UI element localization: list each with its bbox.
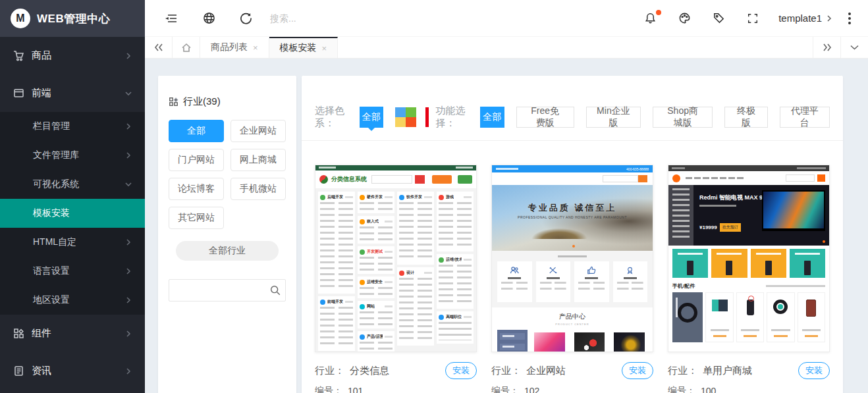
app-logo: M WEB管理中心 bbox=[0, 0, 145, 37]
industry-button-mobile[interactable]: 手机微站 bbox=[231, 178, 286, 200]
code-value: 100 bbox=[701, 386, 716, 393]
global-search-input[interactable] bbox=[270, 13, 415, 24]
chevron-right-icon bbox=[125, 268, 132, 275]
industry-button-enterprise[interactable]: 企业网站 bbox=[231, 120, 286, 142]
install-button[interactable]: 安装 bbox=[445, 362, 477, 379]
industry-button-all[interactable]: 全部 bbox=[169, 120, 224, 142]
thumb3-tv-image bbox=[762, 190, 825, 231]
swatch-green bbox=[406, 107, 416, 117]
function-button-min[interactable]: Min企业版 bbox=[586, 107, 641, 128]
tabs-menu-chevron-down-icon[interactable] bbox=[840, 37, 868, 58]
sidebar-item-label: 语言设置 bbox=[33, 265, 70, 277]
toolbar-divider bbox=[302, 140, 843, 141]
template-market-panel: 选择色系： 全部 功能选择： 全部 Free免费版 Min企业版 Shop商城版… bbox=[302, 76, 843, 393]
template-thumbnail-enterprise[interactable]: 400-635-88888 专业品质 诚信至上 PROFESSIONAL QUA… bbox=[491, 165, 653, 352]
color-swatch-grid[interactable] bbox=[395, 107, 416, 127]
tab-template-install[interactable]: 模板安装 × bbox=[269, 37, 339, 58]
industry-buttons: 全部 企业网站 门户网站 网上商城 论坛博客 手机微站 其它网站 bbox=[169, 120, 286, 229]
collapse-sidebar-icon[interactable] bbox=[159, 6, 184, 31]
install-button[interactable]: 安装 bbox=[798, 362, 830, 379]
sidebar-item-goods[interactable]: 商品 bbox=[0, 37, 145, 74]
thumb3-logo bbox=[672, 174, 680, 182]
industry-filter-title-row: 行业(39) bbox=[169, 95, 286, 108]
color-swatch-red-bar[interactable] bbox=[425, 107, 429, 127]
code-label: 编号： bbox=[315, 385, 342, 393]
chevron-right-icon bbox=[125, 239, 132, 246]
thumb3-product-band bbox=[767, 292, 794, 342]
search-icon[interactable] bbox=[266, 282, 285, 299]
all-industries-pill[interactable]: 全部行业 bbox=[176, 241, 279, 261]
thumb3-promo bbox=[711, 249, 747, 278]
sidebar-item-news[interactable]: 资讯 bbox=[0, 352, 145, 390]
tabs-collapse-left-icon[interactable] bbox=[145, 37, 173, 58]
industry-filter-title: 行业(39) bbox=[183, 95, 221, 108]
topbar: template1 bbox=[145, 0, 868, 37]
thumb3-promo bbox=[672, 249, 708, 278]
tag-icon[interactable] bbox=[706, 6, 731, 31]
install-button[interactable]: 安装 bbox=[622, 362, 653, 379]
sidebar-item-region-settings[interactable]: 地区设置 bbox=[0, 286, 145, 315]
chevron-down-icon bbox=[125, 181, 132, 188]
chevron-right-icon bbox=[125, 368, 132, 375]
industry-button-mall[interactable]: 网上商城 bbox=[231, 149, 286, 171]
chevron-right-icon bbox=[826, 15, 832, 22]
notifications-bell-icon[interactable] bbox=[637, 6, 663, 31]
close-tab-icon[interactable]: × bbox=[322, 43, 327, 53]
function-filter-all-button[interactable]: 全部 bbox=[480, 107, 504, 128]
thumb2-section-caption bbox=[558, 255, 587, 257]
thumb1-topbar bbox=[315, 165, 476, 170]
function-button-ultimate[interactable]: 终极版 bbox=[724, 107, 767, 128]
tab-goods-list[interactable]: 商品列表 × bbox=[200, 37, 269, 58]
close-tab-icon[interactable]: × bbox=[253, 43, 258, 53]
thumb1-orange-button bbox=[432, 175, 452, 184]
function-button-shop[interactable]: Shop商城版 bbox=[653, 107, 713, 128]
chevron-right-icon bbox=[125, 297, 132, 303]
sidebar-item-visual-system[interactable]: 可视化系统 bbox=[0, 170, 145, 199]
team-icon bbox=[510, 266, 520, 275]
thumb2-feature-production bbox=[536, 261, 571, 302]
sidebar-item-language-settings[interactable]: 语言设置 bbox=[0, 257, 145, 286]
thumb2-hero-subtitle: PROFESSIONAL QUALITY AND HONESTY ARE PAR… bbox=[492, 215, 653, 219]
industry-button-other[interactable]: 其它网站 bbox=[169, 207, 224, 229]
function-button-agent[interactable]: 代理平台 bbox=[780, 107, 830, 128]
sidebar-item-label: HTML自定 bbox=[33, 236, 76, 248]
template-thumbnail-classified[interactable]: 分类信息系统 后端开发 前端开发 bbox=[315, 165, 477, 352]
theme-palette-icon[interactable] bbox=[672, 6, 697, 31]
thumb2-header bbox=[492, 172, 653, 185]
sidebar-item-components[interactable]: 组件 bbox=[0, 315, 145, 352]
industry-value: 分类信息 bbox=[350, 365, 389, 377]
thumb2-product bbox=[531, 330, 568, 352]
refresh-icon[interactable] bbox=[233, 6, 258, 31]
sidebar-item-frontend[interactable]: 前端 bbox=[0, 74, 145, 112]
thumb3-site-preview: Redmi 智能电视 MAX 98" ¥19999 抢先预订 bbox=[668, 165, 829, 352]
thumb1-search-button bbox=[415, 175, 425, 184]
swatch-blue bbox=[395, 107, 406, 117]
thumb2-topbar: 400-635-88888 bbox=[492, 165, 653, 172]
sidebar-item-label: 可视化系统 bbox=[33, 178, 79, 190]
template-thumbnail-mall[interactable]: Redmi 智能电视 MAX 98" ¥19999 抢先预订 bbox=[668, 165, 830, 352]
sidebar-item-file-library[interactable]: 文件管理库 bbox=[0, 141, 145, 170]
window-icon bbox=[13, 88, 24, 99]
tabs-scroll-right-icon[interactable] bbox=[813, 37, 840, 58]
template-switcher-label: template1 bbox=[778, 13, 822, 24]
thumb2-search-button bbox=[638, 175, 647, 182]
industry-button-forum-blog[interactable]: 论坛博客 bbox=[169, 178, 224, 200]
function-button-free[interactable]: Free免费版 bbox=[516, 107, 574, 128]
kebab-menu-icon[interactable] bbox=[848, 17, 851, 20]
template-switcher[interactable]: template1 bbox=[778, 13, 832, 24]
fullscreen-icon[interactable] bbox=[740, 6, 765, 31]
thumb2-product bbox=[611, 330, 647, 352]
thumb2-hero-banner: 专业品质 诚信至上 PROFESSIONAL QUALITY AND HONES… bbox=[492, 185, 653, 251]
sidebar-item-label: 前端 bbox=[32, 87, 51, 99]
color-filter-all-button[interactable]: 全部 bbox=[360, 107, 384, 128]
sidebar-item-column-manage[interactable]: 栏目管理 bbox=[0, 112, 145, 141]
thumb3-product-speaker bbox=[736, 292, 764, 342]
globe-icon[interactable] bbox=[196, 6, 221, 31]
sidebar-item-html-custom[interactable]: HTML自定 bbox=[0, 228, 145, 257]
industry-button-portal[interactable]: 门户网站 bbox=[169, 149, 224, 171]
tab-home-icon[interactable] bbox=[173, 37, 200, 58]
tabbar: 商品列表 × 模板安装 × bbox=[145, 37, 868, 59]
thumb2-products-row bbox=[492, 326, 653, 352]
industry-label: 行业： bbox=[491, 365, 521, 377]
sidebar-item-template-install[interactable]: 模板安装 bbox=[0, 199, 145, 228]
